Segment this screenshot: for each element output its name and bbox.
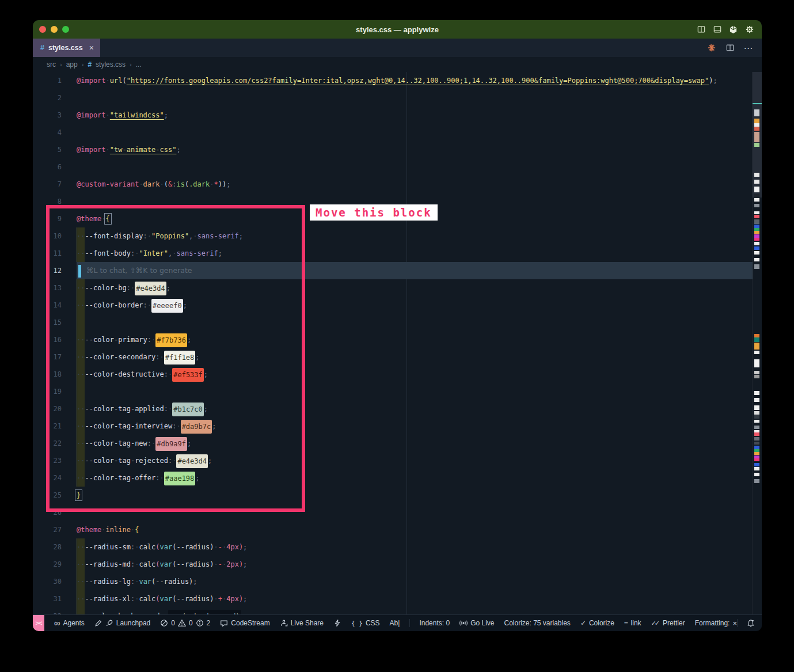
line-content[interactable]: ··--color-secondary:·#f1f1e8; bbox=[77, 348, 753, 366]
line-content[interactable]: } bbox=[77, 487, 753, 504]
line-content[interactable] bbox=[77, 314, 753, 331]
status-link-mode[interactable]: =link bbox=[624, 619, 641, 627]
line-content[interactable]: ··--color-bg:·#e4e3d4; bbox=[77, 279, 753, 297]
gear-icon[interactable] bbox=[744, 25, 754, 35]
code-line[interactable]: 30··--radius-lg:·var(--radius); bbox=[33, 573, 753, 590]
code-line[interactable]: 20··--color-tag-applied:·#b1c7c0; bbox=[33, 400, 753, 417]
line-number[interactable]: 16 bbox=[33, 331, 62, 348]
line-content[interactable]: ··--radius-sm:·calc(var(--radius)·-·4px)… bbox=[77, 538, 753, 556]
line-number[interactable]: 31 bbox=[33, 590, 62, 608]
pane-rows-icon[interactable] bbox=[712, 25, 722, 35]
minimize-window-button[interactable] bbox=[51, 26, 58, 33]
line-content[interactable] bbox=[77, 89, 753, 107]
line-content[interactable]: ··--color-tag-rejected:·#e4e3d4; bbox=[77, 452, 753, 469]
status-colorize[interactable]: ✓Colorize bbox=[580, 619, 614, 627]
line-content[interactable]: ··--font-body:·"Inter",·sans-serif; bbox=[77, 245, 753, 262]
line-content[interactable]: ··--font-display:·"Poppins",·sans-serif; bbox=[77, 227, 753, 245]
line-number[interactable]: 2 bbox=[33, 89, 62, 107]
line-number[interactable]: 23 bbox=[33, 452, 62, 469]
code-line[interactable]: 17··--color-secondary:·#f1f1e8; bbox=[33, 348, 753, 366]
more-actions-icon[interactable]: ⋯ bbox=[743, 43, 753, 53]
cube-icon[interactable] bbox=[728, 25, 738, 35]
code-line[interactable]: 27@theme·inline·{ bbox=[33, 521, 753, 538]
line-content[interactable]: ··--color-background:·var(--background); bbox=[77, 608, 753, 614]
code-line[interactable]: 11··--font-body:·"Inter",·sans-serif; bbox=[33, 245, 753, 262]
line-number[interactable]: 9 bbox=[33, 210, 62, 227]
line-number[interactable]: 29 bbox=[33, 556, 62, 573]
status-launchpad[interactable]: Launchpad bbox=[94, 619, 150, 627]
breadcrumb-app[interactable]: app bbox=[66, 60, 78, 69]
code-line[interactable]: 16··--color-primary:·#f7b736; bbox=[33, 331, 753, 348]
line-number[interactable]: 19 bbox=[33, 383, 62, 400]
code-line[interactable]: 25} bbox=[33, 487, 753, 504]
split-editor-icon[interactable] bbox=[725, 43, 735, 53]
breadcrumb-src[interactable]: src bbox=[47, 60, 56, 69]
code-line[interactable]: 14··--color-border:·#eeeef0; bbox=[33, 297, 753, 314]
line-number[interactable]: 26 bbox=[33, 504, 62, 521]
code-line[interactable]: 21··--color-tag-interview:·#da9b7c; bbox=[33, 417, 753, 435]
line-number[interactable]: 17 bbox=[33, 348, 62, 366]
code-line[interactable]: 10··--font-display:·"Poppins",·sans-seri… bbox=[33, 227, 753, 245]
line-number[interactable]: 30 bbox=[33, 573, 62, 590]
tab-close-icon[interactable]: × bbox=[89, 43, 94, 52]
code-line[interactable]: 7@custom-variant·dark·(&:is(.dark·*)); bbox=[33, 176, 753, 193]
status-indents[interactable]: Indents: 0 bbox=[409, 619, 450, 627]
pane-columns-icon[interactable] bbox=[696, 25, 706, 35]
code-area[interactable]: 1@import·url("https://fonts.googleapis.c… bbox=[33, 72, 753, 614]
line-content[interactable]: ··--color-primary:·#f7b736; bbox=[77, 331, 753, 348]
line-number[interactable]: 15 bbox=[33, 314, 62, 331]
code-line[interactable]: 26 bbox=[33, 504, 753, 521]
code-line[interactable]: 24··--color-tag-offer:·#aae198; bbox=[33, 469, 753, 487]
code-line[interactable]: 15 bbox=[33, 314, 753, 331]
editor[interactable]: 1@import·url("https://fonts.googleapis.c… bbox=[33, 72, 762, 614]
breadcrumb-more[interactable]: ... bbox=[136, 60, 142, 69]
status-prettier[interactable]: ✓✓Prettier bbox=[651, 619, 685, 627]
line-number[interactable]: 25 bbox=[33, 487, 62, 504]
line-number[interactable]: 10 bbox=[33, 227, 62, 245]
line-number[interactable]: 21 bbox=[33, 417, 62, 435]
tab-styles-css[interactable]: # styles.css × bbox=[33, 39, 100, 57]
line-number[interactable]: 4 bbox=[33, 124, 62, 141]
code-line[interactable]: 29··--radius-md:·calc(var(--radius)·-·2p… bbox=[33, 556, 753, 573]
breadcrumb-file[interactable]: styles.css bbox=[96, 60, 126, 69]
close-window-button[interactable] bbox=[39, 26, 46, 33]
line-content[interactable]: @import·"tw-animate-css"; bbox=[77, 141, 753, 158]
line-number[interactable]: 13 bbox=[33, 279, 62, 297]
line-number[interactable]: 6 bbox=[33, 158, 62, 176]
status-lightning[interactable] bbox=[333, 619, 341, 627]
code-line[interactable]: 13··--color-bg:·#e4e3d4; bbox=[33, 279, 753, 297]
line-number[interactable]: 12 bbox=[33, 262, 62, 279]
status-formatting[interactable]: Formatting:× bbox=[695, 619, 737, 628]
code-line[interactable]: 23··--color-tag-rejected:·#e4e3d4; bbox=[33, 452, 753, 469]
code-line[interactable]: 3@import·"tailwindcss"; bbox=[33, 107, 753, 124]
line-content[interactable]: @custom-variant·dark·(&:is(.dark·*)); bbox=[77, 176, 753, 193]
line-content[interactable] bbox=[77, 158, 753, 176]
line-number[interactable]: 27 bbox=[33, 521, 62, 538]
status-agents[interactable]: ∞Agents bbox=[54, 619, 85, 627]
status-word-wrap[interactable]: Ab| bbox=[390, 619, 400, 627]
line-content[interactable]: ··--radius-md:·calc(var(--radius)·-·2px)… bbox=[77, 556, 753, 573]
line-content[interactable]: ··--color-tag-interview:·#da9b7c; bbox=[77, 417, 753, 435]
line-content[interactable] bbox=[77, 383, 753, 400]
code-line[interactable]: 5@import·"tw-animate-css"; bbox=[33, 141, 753, 158]
code-line[interactable]: 31··--radius-xl:·calc(var(--radius)·+·4p… bbox=[33, 590, 753, 608]
status-codestream[interactable]: CodeStream bbox=[220, 619, 269, 627]
code-line[interactable]: 6 bbox=[33, 158, 753, 176]
line-number[interactable]: 1 bbox=[33, 72, 62, 89]
status-go-live[interactable]: Go Live bbox=[459, 619, 494, 627]
line-number[interactable]: 3 bbox=[33, 107, 62, 124]
line-content[interactable]: @import·url("https://fonts.googleapis.co… bbox=[77, 72, 753, 89]
line-number[interactable]: 7 bbox=[33, 176, 62, 193]
line-content[interactable]: ··--color-border:·#eeeef0; bbox=[77, 297, 753, 314]
status-remote-indicator[interactable]: >< bbox=[33, 615, 44, 631]
code-line[interactable]: 2 bbox=[33, 89, 753, 107]
code-line[interactable]: 18··--color-destructive:·#ef533f; bbox=[33, 366, 753, 383]
line-content[interactable]: ··--color-destructive:·#ef533f; bbox=[77, 366, 753, 383]
line-number[interactable]: 22 bbox=[33, 435, 62, 452]
line-number[interactable]: 11 bbox=[33, 245, 62, 262]
line-content[interactable] bbox=[77, 504, 753, 521]
line-number[interactable]: 28 bbox=[33, 538, 62, 556]
line-content[interactable]: ··--color-tag-new:·#db9a9f; bbox=[77, 435, 753, 452]
ai-spark-icon[interactable] bbox=[706, 43, 716, 53]
line-number[interactable]: 5 bbox=[33, 141, 62, 158]
